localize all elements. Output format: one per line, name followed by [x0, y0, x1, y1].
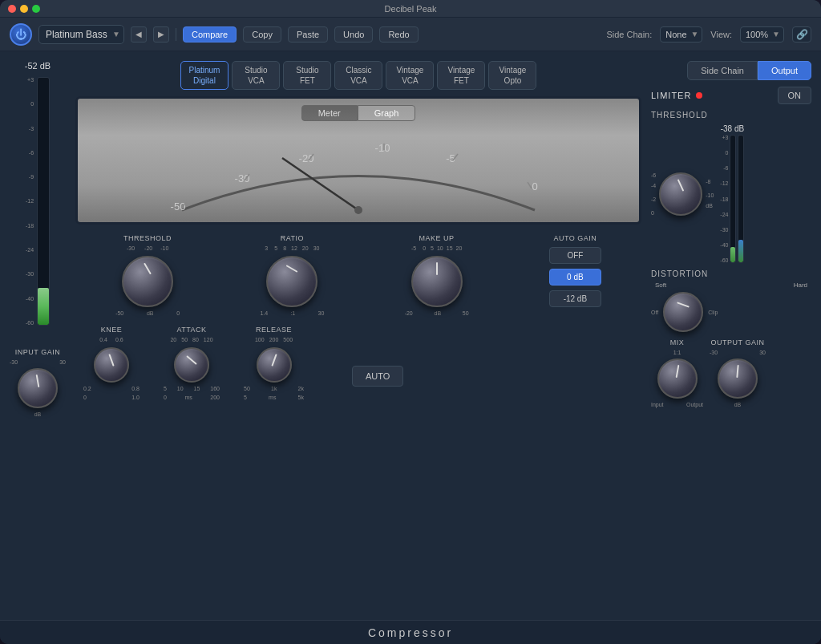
meter-tab-row: Meter Graph [78, 99, 639, 124]
bottom-knobs-row: KNEE 0.4 0.6 0.2 0.8 0 1.0 [75, 326, 641, 400]
nav-prev-button[interactable]: ◀ [131, 26, 147, 43]
view-select[interactable]: 100% [740, 26, 784, 43]
preset-selector-wrapper: Platinum Bass ▼ [38, 25, 124, 44]
right-section: Side Chain Output LIMITER ON THRESHOLD [651, 61, 811, 610]
limiter-section: LIMITER ON [651, 87, 811, 104]
threshold-group: THRESHOLD -30 -20 -10 -50 dB 0 [115, 234, 180, 316]
ratio-label: RATIO [281, 234, 304, 242]
nav-next-button[interactable]: ▶ [153, 26, 169, 43]
sidechain-select[interactable]: None [660, 26, 702, 43]
auto-gain-section: AUTO GAIN OFF 0 dB -12 dB [549, 234, 601, 307]
tab-platinum-digital[interactable]: Platinum Digital [180, 61, 229, 90]
mix-label: MIX [670, 338, 685, 346]
tab-studio-fet[interactable]: Studio FET [283, 61, 331, 90]
output-gain-label: OUTPUT GAIN [711, 338, 765, 346]
title-bar: Decibel Peak [0, 0, 821, 18]
vu-meter-area: -50 -30 -20 -10 -5 0 [78, 124, 639, 222]
knee-knob[interactable] [94, 347, 129, 383]
center-section: Platinum Digital Studio VCA Studio FET C… [75, 61, 641, 610]
svg-line-12 [282, 158, 358, 210]
svg-text:-10: -10 [375, 142, 390, 154]
release-knob[interactable] [257, 347, 292, 383]
threshold-section: THRESHOLD -6 -4 -2 0 [651, 111, 811, 263]
meter-tab-graph[interactable]: Graph [358, 105, 416, 121]
tab-studio-vca[interactable]: Studio VCA [232, 61, 280, 90]
auto-gain-12db-button[interactable]: -12 dB [549, 290, 601, 307]
compare-button[interactable]: Compare [183, 26, 237, 43]
tab-vintage-fet[interactable]: Vintage FET [437, 61, 485, 90]
auto-button[interactable]: AUTO [352, 366, 403, 387]
tab-vintage-opto[interactable]: Vintage Opto [488, 61, 536, 90]
paste-button[interactable]: Paste [288, 26, 328, 43]
output-meter-right [738, 135, 744, 263]
makeup-group: MAKE UP -5 0 5 10 15 20 -20 dB [405, 234, 469, 316]
limiter-indicator [696, 92, 702, 99]
knee-group: KNEE 0.4 0.6 0.2 0.8 0 1.0 [83, 326, 140, 400]
close-dot[interactable] [8, 5, 16, 13]
threshold-right-label: THRESHOLD [651, 111, 811, 119]
threshold-knob[interactable] [122, 256, 173, 307]
output-meter-left [730, 135, 736, 263]
model-tabs: Platinum Digital Studio VCA Studio FET C… [75, 61, 641, 90]
output-gain-unit: dB [734, 402, 742, 407]
mix-knob[interactable] [657, 358, 698, 399]
distortion-section: DISTORTION Soft Hard Off Clip [651, 269, 811, 332]
input-gain-meter [37, 77, 50, 326]
toolbar-right: Side Chain: None ▼ View: 100% ▼ 🔗 [606, 26, 811, 43]
ratio-group: RATIO 3 5 8 12 20 30 1.4 :1 [260, 234, 324, 316]
makeup-knob[interactable] [411, 256, 463, 307]
top-toolbar: ⏻ Platinum Bass ▼ ◀ ▶ Compare Copy Paste… [0, 18, 821, 51]
vu-meter-svg: -50 -30 -20 -10 -5 0 [102, 134, 615, 214]
input-gain-section: -52 dB +3 0 -3 -6 -9 -12 -18 -24 -30 -40… [10, 61, 66, 610]
auto-gain-0db-button[interactable]: 0 dB [549, 269, 601, 286]
auto-gain-off-button[interactable]: OFF [549, 247, 601, 264]
threshold-value: -38 dB [721, 124, 744, 133]
threshold-right-knob[interactable] [659, 172, 702, 216]
power-button[interactable]: ⏻ [10, 23, 32, 46]
undo-button[interactable]: Undo [334, 26, 373, 43]
release-label: RELEASE [256, 326, 292, 334]
tab-sidechain[interactable]: Side Chain [687, 61, 758, 80]
link-button[interactable]: 🔗 [792, 26, 811, 43]
preset-select[interactable]: Platinum Bass [38, 25, 124, 44]
mix-output-row: MIX 1:1 Input Output OUTPUT GAIN -30 [651, 338, 811, 407]
distortion-knob[interactable] [663, 292, 703, 332]
tab-output[interactable]: Output [758, 61, 811, 80]
main-content: -52 dB +3 0 -3 -6 -9 -12 -18 -24 -30 -40… [0, 51, 821, 620]
output-gain-knob[interactable] [718, 358, 758, 399]
input-gain-unit: dB [34, 411, 42, 417]
minimize-dot[interactable] [20, 5, 28, 13]
input-gain-label: INPUT GAIN [15, 348, 60, 356]
auto-gain-label: AUTO GAIN [553, 234, 597, 242]
svg-text:-20: -20 [299, 152, 314, 164]
sidechain-label: Side Chain: [606, 30, 652, 39]
attack-label: ATTACK [176, 326, 206, 334]
bottom-bar: Compressor [0, 620, 821, 644]
tab-vintage-vca[interactable]: Vintage VCA [386, 61, 434, 90]
meter-tab-meter[interactable]: Meter [301, 105, 358, 121]
svg-text:0: 0 [532, 180, 537, 192]
plugin-window: Decibel Peak ⏻ Platinum Bass ▼ ◀ ▶ Compa… [0, 0, 821, 644]
input-gain-knob[interactable] [18, 368, 58, 408]
output-gain-group: OUTPUT GAIN -30 30 dB [710, 338, 766, 407]
svg-point-13 [354, 206, 362, 214]
limiter-on-button[interactable]: ON [778, 87, 812, 104]
mix-group: MIX 1:1 Input Output [651, 338, 703, 407]
toolbar-divider [176, 28, 176, 41]
window-title: Decibel Peak [385, 4, 437, 14]
view-tabs: Side Chain Output [651, 61, 811, 80]
maximize-dot[interactable] [32, 5, 40, 13]
view-label: View: [710, 30, 732, 39]
copy-button[interactable]: Copy [243, 26, 281, 43]
svg-line-11 [528, 182, 532, 188]
toolbar-left: ⏻ Platinum Bass ▼ ◀ ▶ Compare Copy Paste… [10, 23, 419, 46]
meter-display: Meter Graph -50 -30 -20 -10 -5 0 [75, 96, 641, 225]
attack-knob[interactable] [174, 347, 209, 383]
makeup-label: MAKE UP [419, 234, 455, 242]
tab-classic-vca[interactable]: Classic VCA [334, 61, 382, 90]
sidechain-select-wrapper: None ▼ [660, 26, 702, 43]
limiter-label: LIMITER [651, 91, 702, 100]
redo-button[interactable]: Redo [379, 26, 418, 43]
threshold-label: THRESHOLD [123, 234, 172, 242]
ratio-knob[interactable] [266, 256, 317, 307]
